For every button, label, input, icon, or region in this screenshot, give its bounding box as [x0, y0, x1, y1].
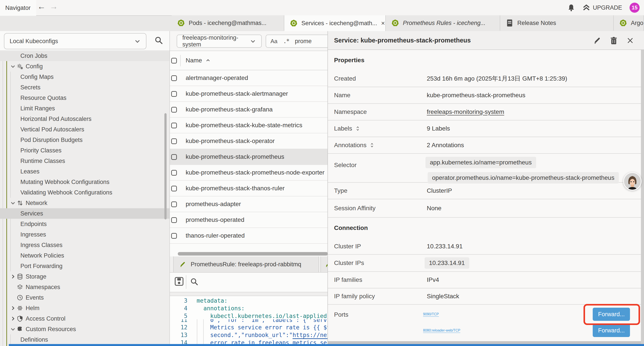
sidebar-item-namespaces[interactable]: Namespaces	[0, 282, 170, 292]
sidebar-item-cron-jobs[interactable]: Cron Jobs	[0, 51, 170, 61]
row-checkbox[interactable]	[171, 123, 177, 128]
sidebar-item-network[interactable]: Network	[0, 198, 170, 208]
sidebar-item-label: Cron Jobs	[20, 52, 47, 59]
sidebar-item-ingress-classes[interactable]: Ingress Classes	[0, 240, 170, 250]
notification-bell-icon[interactable]	[567, 4, 575, 11]
sidebar-item-port-forwarding[interactable]: Port Forwarding	[0, 261, 170, 271]
sidebar-item-limit-ranges[interactable]: Limit Ranges	[0, 103, 170, 114]
close-tab-icon[interactable]: ×	[381, 20, 385, 26]
kubeconfig-dropdown[interactable]: Local Kubeconfigs	[4, 33, 146, 49]
port-link[interactable]: 8080:reloader-web/TCP	[423, 329, 460, 333]
tab-services-icecheng-math[interactable]: Services - icecheng@math... ×	[284, 15, 386, 31]
url-link[interactable]: https://net	[293, 332, 330, 338]
namespace-link[interactable]: freeleaps-monitoring-system	[427, 108, 504, 115]
tab-prometheus-rules-icecheng[interactable]: Prometheus Rules - icecheng...	[386, 15, 500, 31]
match-case-icon[interactable]: Aa	[270, 38, 278, 45]
tab-pods-icecheng-mathmas[interactable]: Pods - icecheng@mathmas...	[172, 15, 284, 31]
table-row-kube-prometheus-stack-prometheus[interactable]: kube-prometheus-stack-prometheus	[170, 149, 332, 165]
sort-toggle-icon[interactable]	[355, 126, 360, 131]
upgrade-chevrons-icon	[582, 4, 590, 11]
table-row-kube-prometheus-stack-operator[interactable]: kube-prometheus-stack-operator	[170, 133, 332, 149]
namespace-dropdown[interactable]: freeleaps-monitoring-system	[177, 34, 262, 48]
table-row-kube-prometheus-stack-kube-state-metrics[interactable]: kube-prometheus-stack-kube-state-metrics	[170, 118, 332, 133]
table-search-input[interactable]: Aa .* prome	[266, 34, 336, 48]
edit-pencil-icon[interactable]	[593, 36, 601, 44]
sidebar-item-runtime-classes[interactable]: Runtime Classes	[0, 156, 170, 166]
row-checkbox[interactable]	[171, 107, 177, 113]
sidebar-item-secrets[interactable]: Secrets	[0, 82, 170, 93]
table-row-kube-prometheus-stack-prometheus-node-exporter[interactable]: kube-prometheus-stack-prometheus-node-ex…	[170, 165, 332, 181]
row-checkbox[interactable]	[171, 91, 177, 97]
sidebar-item-label: Definitions	[20, 336, 48, 343]
sidebar-scrollbar[interactable]	[164, 113, 166, 219]
sidebar-item-priority-classes[interactable]: Priority Classes	[0, 145, 170, 156]
row-checkbox[interactable]	[171, 233, 177, 239]
back-icon[interactable]: ←	[37, 2, 46, 11]
property-row-cluster-ips: Cluster IPs10.233.14.91	[328, 255, 641, 272]
sidebar-item-config-maps[interactable]: Config Maps	[0, 72, 170, 82]
user-avatar[interactable]	[623, 172, 642, 191]
row-checkbox[interactable]	[171, 186, 177, 191]
row-checkbox[interactable]	[171, 138, 177, 144]
chevron-down-icon[interactable]	[10, 200, 16, 206]
row-checkbox[interactable]	[171, 154, 177, 160]
select-all-checkbox[interactable]	[171, 58, 177, 63]
forward-icon[interactable]: →	[50, 2, 58, 11]
table-row-alertmanager-operated[interactable]: alertmanager-operated	[170, 70, 332, 86]
chevron-right-icon[interactable]	[10, 316, 16, 322]
sidebar-item-services[interactable]: Services	[0, 208, 170, 219]
line-number: 12	[170, 324, 188, 331]
editor-tab-prometheusrule[interactable]: PrometheusRule: freeleaps-prod-rabbitmq	[173, 256, 319, 272]
table-row-prometheus-operated[interactable]: prometheus-operated	[170, 212, 332, 228]
port-link[interactable]: 9090/TCP	[423, 312, 439, 316]
sidebar-item-helm[interactable]: Helm	[0, 303, 170, 313]
chevron-down-icon[interactable]	[10, 326, 16, 332]
sidebar-item-horizontal-pod-autoscalers[interactable]: Horizontal Pod Autoscalers	[0, 114, 170, 124]
table-row-kube-prometheus-stack-thanos-ruler[interactable]: kube-prometheus-stack-thanos-ruler	[170, 181, 332, 196]
tab-argo-se[interactable]: Argo Se	[614, 15, 644, 31]
save-icon[interactable]	[174, 277, 184, 286]
sidebar-item-validating-webhook-configurations[interactable]: Validating Webhook Configurations	[0, 187, 170, 198]
regex-icon[interactable]: .*	[283, 38, 289, 44]
tab-release-notes[interactable]: Release Notes	[500, 15, 614, 31]
sidebar-item-resource-quotas[interactable]: Resource Quotas	[0, 93, 170, 103]
table-row-prometheus-adapter[interactable]: prometheus-adapter	[170, 196, 332, 212]
details-horizontal-scrollbar[interactable]	[328, 341, 641, 344]
notification-count-badge[interactable]: 15	[630, 3, 640, 13]
sidebar-item-leases[interactable]: Leases	[0, 166, 170, 177]
column-header-name[interactable]: Name	[186, 57, 210, 64]
table-row-thanos-ruler-operated[interactable]: thanos-ruler-operated	[170, 228, 332, 244]
editor-search-icon[interactable]	[190, 278, 198, 286]
chevron-right-icon[interactable]	[10, 274, 16, 280]
table-row-kube-prometheus-stack-grafana[interactable]: kube-prometheus-stack-grafana	[170, 102, 332, 118]
delete-trash-icon[interactable]	[610, 36, 618, 44]
sidebar-item-endpoints[interactable]: Endpoints	[0, 219, 170, 229]
upgrade-button[interactable]: UPGRADE	[582, 4, 622, 11]
row-checkbox[interactable]	[171, 217, 177, 223]
tab-navigator[interactable]: Navigator	[0, 0, 36, 16]
sidebar-item-access-control[interactable]: Access Control	[0, 313, 170, 324]
sidebar-item-mutating-webhook-configurations[interactable]: Mutating Webhook Configurations	[0, 177, 170, 187]
sidebar-item-vertical-pod-autoscalers[interactable]: Vertical Pod Autoscalers	[0, 124, 170, 135]
table-row-kube-prometheus-stack-alertmanager[interactable]: kube-prometheus-stack-alertmanager	[170, 86, 332, 102]
forward-button[interactable]: Forward...	[593, 324, 630, 337]
chevron-right-icon[interactable]	[10, 305, 16, 311]
sidebar-search-icon[interactable]	[154, 36, 163, 45]
chevron-down-icon[interactable]	[10, 63, 16, 69]
sidebar-item-config[interactable]: Config	[0, 61, 170, 72]
sort-toggle-icon[interactable]	[370, 143, 374, 148]
horizontal-scrollbar[interactable]	[178, 252, 328, 256]
row-checkbox[interactable]	[171, 201, 177, 207]
details-scrollbar[interactable]	[641, 50, 644, 346]
sidebar-item-pod-disruption-budgets[interactable]: Pod Disruption Budgets	[0, 135, 170, 145]
sidebar-item-custom-resources[interactable]: Custom Resources	[0, 324, 170, 335]
sidebar-item-ingresses[interactable]: Ingresses	[0, 229, 170, 240]
row-checkbox[interactable]	[171, 170, 177, 176]
yaml-editor[interactable]: 3 metadata:4 annotations:5 kubectl.kuber…	[170, 296, 332, 344]
close-icon[interactable]	[626, 37, 634, 44]
row-checkbox[interactable]	[171, 75, 177, 81]
sidebar-item-network-policies[interactable]: Network Policies	[0, 250, 170, 261]
sidebar-item-definitions[interactable]: Definitions	[0, 335, 170, 345]
sidebar-item-events[interactable]: Events	[0, 292, 170, 303]
sidebar-item-storage[interactable]: Storage	[0, 271, 170, 282]
